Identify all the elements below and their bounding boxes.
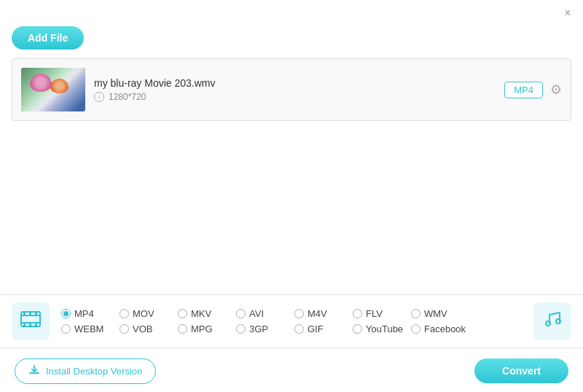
- format-badge[interactable]: MP4: [504, 82, 543, 98]
- svg-rect-2: [21, 322, 40, 324]
- settings-icon[interactable]: ⚙: [550, 82, 562, 98]
- bottom-bar: Install Desktop Version Convert: [0, 350, 583, 392]
- audio-note-icon: [542, 309, 563, 334]
- audio-icon-box[interactable]: [533, 302, 571, 340]
- title-bar: ×: [0, 0, 583, 26]
- svg-point-9: [546, 321, 550, 326]
- format-label-mp4: MP4: [74, 308, 94, 319]
- svg-rect-1: [21, 315, 40, 316]
- format-option-facebook[interactable]: Facebook: [411, 324, 469, 334]
- format-option-youtube[interactable]: YouTube: [353, 324, 411, 334]
- format-option-webm[interactable]: WEBM: [61, 324, 120, 334]
- radio-avi: [236, 309, 246, 318]
- format-label-mov: MOV: [133, 308, 154, 319]
- radio-mpg: [178, 324, 187, 334]
- format-option-gif[interactable]: GIF: [294, 324, 353, 334]
- radio-mkv: [178, 309, 187, 318]
- format-option-wmv[interactable]: WMV: [411, 308, 469, 319]
- svg-rect-8: [35, 324, 37, 326]
- format-label-3gp: 3GP: [249, 324, 268, 334]
- format-label-facebook: Facebook: [424, 324, 466, 334]
- format-option-mov[interactable]: MOV: [120, 308, 178, 319]
- file-meta: i 1280*720: [94, 92, 496, 102]
- file-thumbnail: [21, 68, 85, 111]
- install-desktop-button[interactable]: Install Desktop Version: [15, 358, 156, 384]
- radio-youtube: [353, 324, 362, 334]
- info-icon[interactable]: i: [94, 92, 104, 102]
- toolbar: Add File: [0, 26, 583, 58]
- svg-point-10: [556, 319, 560, 324]
- radio-webm: [61, 324, 71, 334]
- radio-vob: [120, 324, 129, 334]
- svg-rect-6: [23, 324, 26, 326]
- install-label: Install Desktop Version: [46, 366, 142, 377]
- radio-gif: [294, 324, 304, 334]
- file-resolution: 1280*720: [109, 92, 146, 102]
- format-row-2: WEBM VOB MPG 3GP GIF YouTube: [61, 324, 528, 334]
- media-icon-box[interactable]: [12, 302, 50, 340]
- add-file-button[interactable]: Add File: [12, 26, 84, 50]
- format-label-flv: FLV: [366, 308, 383, 319]
- format-label-webm: WEBM: [74, 324, 103, 334]
- format-option-3gp[interactable]: 3GP: [236, 324, 294, 334]
- format-option-vob[interactable]: VOB: [120, 324, 178, 334]
- format-options-container: MP4 MOV MKV AVI M4V FLV: [61, 308, 528, 334]
- format-option-avi[interactable]: AVI: [236, 308, 294, 319]
- file-actions: MP4 ⚙: [504, 82, 562, 98]
- radio-mov: [120, 309, 129, 318]
- file-info: my blu-ray Movie 203.wmv i 1280*720: [94, 77, 496, 102]
- format-label-m4v: M4V: [308, 308, 327, 319]
- svg-rect-4: [29, 312, 31, 315]
- format-option-mp4[interactable]: MP4: [61, 308, 120, 319]
- format-option-m4v[interactable]: M4V: [294, 308, 353, 319]
- radio-3gp: [236, 324, 246, 334]
- format-option-mkv[interactable]: MKV: [178, 308, 236, 319]
- file-name: my blu-ray Movie 203.wmv: [94, 77, 496, 89]
- format-label-wmv: WMV: [424, 308, 447, 319]
- radio-m4v: [294, 309, 304, 318]
- format-section: MP4 MOV MKV AVI M4V FLV: [0, 294, 583, 348]
- svg-rect-5: [35, 312, 37, 315]
- download-icon: [28, 364, 40, 378]
- format-label-mkv: MKV: [191, 308, 211, 319]
- svg-rect-7: [29, 324, 31, 326]
- radio-facebook: [411, 324, 420, 334]
- format-option-flv[interactable]: FLV: [353, 308, 411, 319]
- format-label-avi: AVI: [249, 308, 264, 319]
- svg-rect-3: [23, 312, 26, 315]
- thumbnail-image: [21, 68, 85, 111]
- radio-flv: [353, 309, 362, 318]
- format-label-gif: GIF: [308, 324, 324, 334]
- close-button[interactable]: ×: [561, 7, 574, 20]
- convert-button[interactable]: Convert: [474, 358, 568, 383]
- file-item: my blu-ray Movie 203.wmv i 1280*720 MP4 …: [12, 59, 571, 120]
- format-row-1: MP4 MOV MKV AVI M4V FLV: [61, 308, 528, 319]
- format-label-mpg: MPG: [191, 324, 213, 334]
- film-icon: [20, 308, 42, 335]
- radio-wmv: [411, 309, 420, 318]
- file-list: my blu-ray Movie 203.wmv i 1280*720 MP4 …: [12, 58, 571, 121]
- radio-mp4: [61, 309, 71, 318]
- format-option-mpg[interactable]: MPG: [178, 324, 236, 334]
- format-label-vob: VOB: [133, 324, 152, 334]
- format-label-youtube: YouTube: [366, 324, 403, 334]
